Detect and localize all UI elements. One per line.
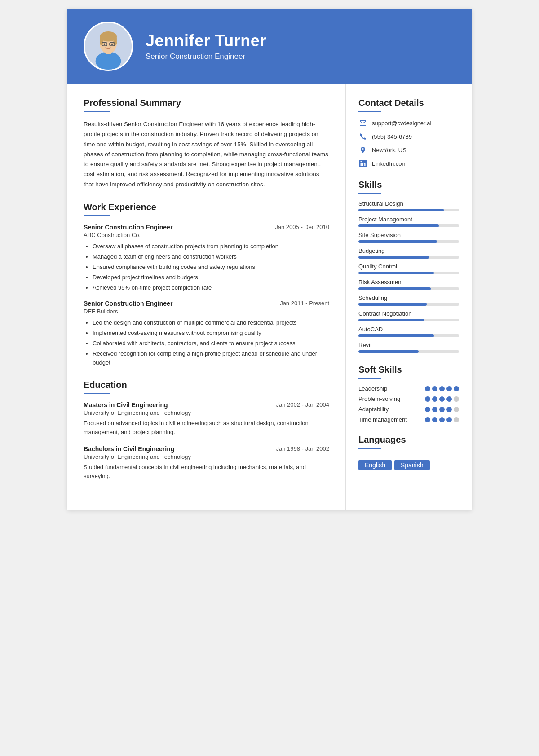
- soft-skill-item: Time management: [358, 416, 459, 423]
- svg-point-11: [111, 43, 113, 45]
- dot: [432, 386, 437, 391]
- left-column: Professional Summary Results-driven Seni…: [67, 84, 346, 510]
- dot: [446, 386, 452, 391]
- language-badge: Spanish: [394, 460, 430, 470]
- summary-divider: [84, 111, 110, 112]
- bullet: Implemented cost-saving measures without…: [93, 329, 329, 338]
- resume-wrapper: Jennifer Turner Senior Construction Engi…: [67, 9, 472, 510]
- contact-location: NewYork, US: [358, 145, 459, 154]
- soft-skill-item: Problem-solving: [358, 396, 459, 402]
- contact-title: Contact Details: [358, 98, 459, 108]
- skill-name: AutoCAD: [358, 326, 459, 333]
- job-title-1: Senior Construction Engineer: [84, 224, 172, 231]
- skill-bar: [358, 287, 459, 290]
- skill-item: Project Management: [358, 216, 459, 227]
- skill-bar-fill: [358, 319, 424, 321]
- job-bullets-2: Led the design and construction of multi…: [84, 318, 329, 368]
- skill-name: Revit: [358, 342, 459, 348]
- dot: [425, 386, 430, 391]
- skill-name: Site Supervision: [358, 232, 459, 238]
- phone-icon: [358, 132, 367, 141]
- svg-rect-6: [113, 36, 117, 45]
- job-header-1: Senior Construction Engineer Jan 2005 - …: [84, 224, 329, 231]
- skills-list: Structural Design Project Management Sit…: [358, 200, 459, 353]
- contact-phone: (555) 345-6789: [358, 132, 459, 141]
- job-item-2: Senior Construction Engineer Jan 2011 - …: [84, 300, 329, 368]
- dot: [439, 386, 445, 391]
- avatar: [84, 22, 133, 71]
- svg-rect-5: [100, 36, 103, 45]
- skill-bar: [358, 209, 459, 211]
- bullet: Ensured compliance with building codes a…: [93, 263, 329, 272]
- skill-item: Structural Design: [358, 200, 459, 211]
- soft-skill-item: Adaptability: [358, 406, 459, 413]
- skill-bar-fill: [358, 350, 419, 353]
- edu-school-1: University of Engineering and Technology: [84, 409, 329, 416]
- edu-header-1: Masters in Civil Engineering Jan 2002 - …: [84, 401, 329, 409]
- soft-skill-item: Leadership: [358, 385, 459, 392]
- job-dates-1: Jan 2005 - Dec 2010: [275, 224, 329, 230]
- header: Jennifer Turner Senior Construction Engi…: [67, 9, 472, 84]
- dot: [425, 396, 430, 402]
- skill-name: Structural Design: [358, 200, 459, 207]
- skill-bar: [358, 303, 459, 306]
- skill-item: Site Supervision: [358, 232, 459, 243]
- dot: [454, 407, 459, 412]
- bullet: Received recognition for completing a hi…: [93, 349, 329, 367]
- soft-skills-section: Soft Skills Leadership Problem-solving A…: [358, 365, 459, 423]
- right-column: Contact Details support@cvdesigner.ai: [346, 84, 472, 510]
- job-header-2: Senior Construction Engineer Jan 2011 - …: [84, 300, 329, 307]
- edu-school-2: University of Engineering and Technology: [84, 453, 329, 460]
- edu-header-2: Bachelors in Civil Engineering Jan 1998 …: [84, 445, 329, 453]
- skill-item: Scheduling: [358, 294, 459, 306]
- edu-desc-2: Studied fundamental concepts in civil en…: [84, 463, 329, 481]
- dot: [432, 407, 437, 412]
- dot: [425, 417, 430, 422]
- languages-divider: [358, 448, 381, 449]
- soft-skills-divider: [358, 378, 381, 379]
- skill-bar-fill: [358, 334, 434, 337]
- skill-bar: [358, 350, 459, 353]
- education-section: Education Masters in Civil Engineering J…: [84, 380, 329, 481]
- svg-point-1: [96, 52, 121, 70]
- summary-section: Professional Summary Results-driven Seni…: [84, 98, 329, 189]
- languages-section: Languages EnglishSpanish: [358, 435, 459, 470]
- location-icon: [358, 145, 367, 154]
- dot: [454, 386, 459, 391]
- edu-degree-1: Masters in Civil Engineering: [84, 401, 168, 409]
- dot: [454, 417, 459, 422]
- skill-bar: [358, 256, 459, 259]
- dot: [439, 407, 445, 412]
- contact-linkedin-text: LinkedIn.com: [372, 160, 406, 167]
- body: Professional Summary Results-driven Seni…: [67, 84, 472, 510]
- dot: [454, 396, 459, 402]
- work-experience-title: Work Experience: [84, 202, 329, 212]
- email-icon: [358, 119, 367, 127]
- skills-divider: [358, 193, 381, 194]
- skill-bar-fill: [358, 287, 431, 290]
- skill-bar: [358, 240, 459, 243]
- contact-section: Contact Details support@cvdesigner.ai: [358, 98, 459, 168]
- dots: [425, 386, 459, 391]
- dots: [425, 407, 459, 412]
- skill-item: Revit: [358, 342, 459, 353]
- edu-degree-2: Bachelors in Civil Engineering: [84, 445, 174, 453]
- education-title: Education: [84, 380, 329, 390]
- skill-item: Quality Control: [358, 263, 459, 274]
- soft-skills-title: Soft Skills: [358, 365, 459, 375]
- skill-bar-fill: [358, 272, 434, 274]
- skill-item: AutoCAD: [358, 326, 459, 337]
- bullet: Oversaw all phases of construction proje…: [93, 242, 329, 251]
- skill-bar: [358, 272, 459, 274]
- job-bullets-1: Oversaw all phases of construction proje…: [84, 242, 329, 293]
- contact-divider: [358, 111, 381, 112]
- job-item-1: Senior Construction Engineer Jan 2005 - …: [84, 224, 329, 293]
- skill-name: Quality Control: [358, 263, 459, 270]
- dot: [439, 417, 445, 422]
- svg-point-10: [104, 43, 106, 45]
- skill-bar-fill: [358, 240, 437, 243]
- dot: [446, 417, 452, 422]
- skill-item: Risk Assessment: [358, 279, 459, 290]
- header-title: Senior Construction Engineer: [146, 52, 266, 61]
- soft-skills-list: Leadership Problem-solving Adaptability …: [358, 385, 459, 423]
